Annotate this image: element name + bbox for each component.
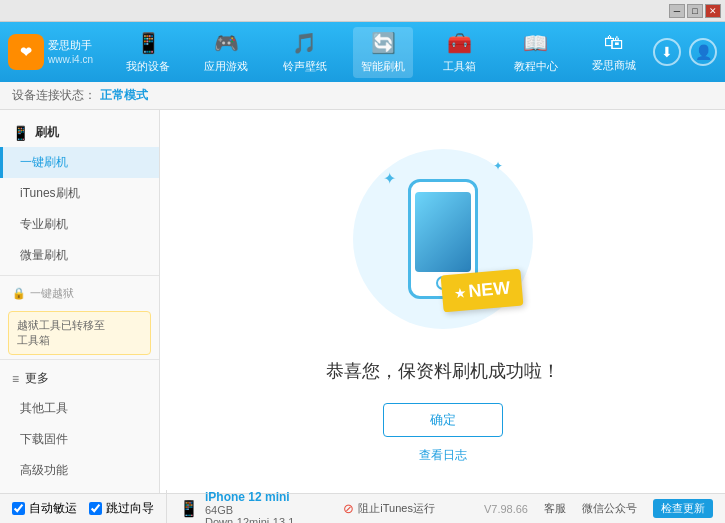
lock-icon: 🔒 <box>12 287 26 300</box>
nav-my-device[interactable]: 📱 我的设备 <box>118 27 178 78</box>
sidebar-divider-1 <box>0 275 159 276</box>
history-link[interactable]: 查看日志 <box>419 447 467 464</box>
ringtones-icon: 🎵 <box>292 31 317 55</box>
top-nav: ❤ 爱思助手 www.i4.cn 📱 我的设备 🎮 应用游戏 🎵 铃声壁纸 🔄 … <box>0 22 725 82</box>
bottom-right: V7.98.66 客服 微信公众号 检查更新 <box>484 499 713 518</box>
nav-ringtones[interactable]: 🎵 铃声壁纸 <box>275 27 335 78</box>
download-button[interactable]: ⬇ <box>653 38 681 66</box>
illustration: ✦ ✦ NEW <box>333 139 553 339</box>
customer-service-link[interactable]: 客服 <box>544 501 566 516</box>
stop-itunes-button[interactable]: ⊘ 阻止iTunes运行 <box>343 501 435 516</box>
window-controls: ─ □ ✕ <box>669 4 721 18</box>
bottom-bar: 自动敏运 跳过向导 📱 iPhone 12 mini 64GB Down-12m… <box>0 493 725 523</box>
center-content: ✦ ✦ NEW 恭喜您，保资料刷机成功啦！ 确定 查看日志 <box>160 110 725 493</box>
sidebar-section-flash: 📱 刷机 <box>0 118 159 147</box>
through-wizard-input[interactable] <box>89 502 102 515</box>
phone-screen <box>415 192 471 272</box>
logo: ❤ 爱思助手 www.i4.cn <box>8 34 93 70</box>
nav-smart-flash[interactable]: 🔄 智能刷机 <box>353 27 413 78</box>
wishlist-icon: 🛍 <box>604 31 624 54</box>
wechat-link[interactable]: 微信公众号 <box>582 501 637 516</box>
flash-section-icon: 📱 <box>12 125 29 141</box>
nav-toolbox[interactable]: 🧰 工具箱 <box>431 27 487 78</box>
sparkle-icon-tr: ✦ <box>493 159 503 173</box>
sidebar-item-download-firmware[interactable]: 下载固件 <box>0 424 159 455</box>
sidebar-item-itunes-flash[interactable]: iTunes刷机 <box>0 178 159 209</box>
sparkle-icon-tl: ✦ <box>383 169 396 188</box>
auto-start-input[interactable] <box>12 502 25 515</box>
sidebar: 📱 刷机 一键刷机 iTunes刷机 专业刷机 微量刷机 🔒 一键越狱 越狱工具… <box>0 110 160 493</box>
success-message: 恭喜您，保资料刷机成功啦！ <box>326 359 560 383</box>
logo-text: 爱思助手 www.i4.cn <box>48 38 93 65</box>
sidebar-jailbreak-warning: 越狱工具已转移至工具箱 <box>8 311 151 355</box>
sidebar-item-one-click-flash[interactable]: 一键刷机 <box>0 147 159 178</box>
logo-icon: ❤ <box>8 34 44 70</box>
through-wizard-checkbox[interactable]: 跳过向导 <box>89 500 154 517</box>
sidebar-divider-2 <box>0 359 159 360</box>
nav-wishlist[interactable]: 🛍 爱思商城 <box>584 27 644 77</box>
nav-tutorials[interactable]: 📖 教程中心 <box>506 27 566 78</box>
sidebar-jailbreak-note: 🔒 一键越狱 <box>0 280 159 307</box>
more-section-icon: ≡ <box>12 372 19 386</box>
tutorials-icon: 📖 <box>523 31 548 55</box>
nav-actions: ⬇ 👤 <box>653 38 717 66</box>
phone-circle: ✦ ✦ NEW <box>353 149 533 329</box>
nav-apps-games[interactable]: 🎮 应用游戏 <box>196 27 256 78</box>
title-bar: ─ □ ✕ <box>0 0 725 22</box>
maximize-button[interactable]: □ <box>687 4 703 18</box>
bottom-left: 自动敏运 跳过向导 📱 iPhone 12 mini 64GB Down-12m… <box>12 490 294 524</box>
nav-items: 📱 我的设备 🎮 应用游戏 🎵 铃声壁纸 🔄 智能刷机 🧰 工具箱 📖 教程中心… <box>109 27 653 78</box>
status-bar: 设备连接状态： 正常模式 <box>0 82 725 110</box>
toolbox-icon: 🧰 <box>447 31 472 55</box>
sidebar-item-advanced[interactable]: 高级功能 <box>0 455 159 486</box>
sidebar-item-other-tools[interactable]: 其他工具 <box>0 393 159 424</box>
sidebar-item-pro-flash[interactable]: 专业刷机 <box>0 209 159 240</box>
user-button[interactable]: 👤 <box>689 38 717 66</box>
main-content: 📱 刷机 一键刷机 iTunes刷机 专业刷机 微量刷机 🔒 一键越狱 越狱工具… <box>0 110 725 493</box>
update-button[interactable]: 检查更新 <box>653 499 713 518</box>
minimize-button[interactable]: ─ <box>669 4 685 18</box>
sidebar-item-wipe-flash[interactable]: 微量刷机 <box>0 240 159 271</box>
my-device-icon: 📱 <box>136 31 161 55</box>
device-info-container: 📱 iPhone 12 mini 64GB Down-12mini-13,1 <box>166 490 294 524</box>
smart-flash-icon: 🔄 <box>371 31 396 55</box>
device-row: 📱 iPhone 12 mini 64GB Down-12mini-13,1 <box>179 490 294 524</box>
confirm-button[interactable]: 确定 <box>383 403 503 437</box>
auto-start-checkbox[interactable]: 自动敏运 <box>12 500 77 517</box>
bottom-center-right: ⊘ 阻止iTunes运行 <box>343 501 435 516</box>
sidebar-section-more: ≡ 更多 <box>0 364 159 393</box>
apps-icon: 🎮 <box>214 31 239 55</box>
close-button[interactable]: ✕ <box>705 4 721 18</box>
itunes-stop-icon: ⊘ <box>343 501 354 516</box>
new-badge: NEW <box>441 269 524 313</box>
device-phone-icon: 📱 <box>179 499 199 518</box>
